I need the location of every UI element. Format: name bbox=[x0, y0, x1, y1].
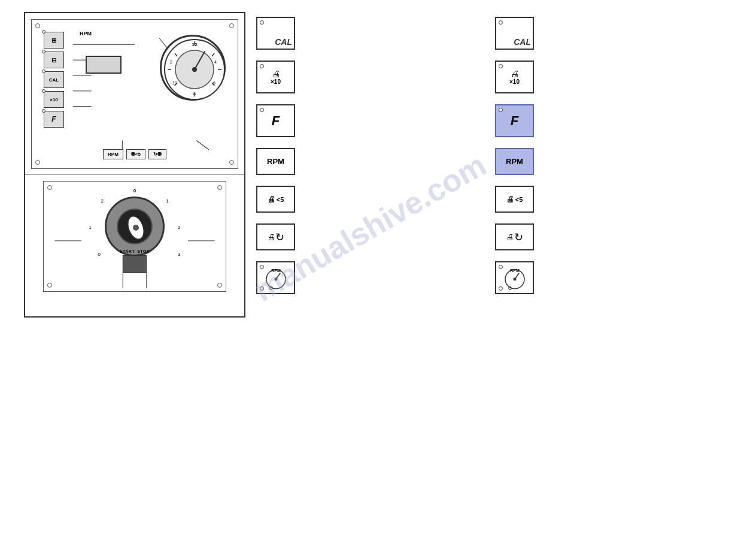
lt5-btn-right: 🖨 <5 bbox=[495, 186, 534, 213]
corner-dot-tr bbox=[229, 23, 234, 28]
led-f-left bbox=[260, 108, 264, 112]
gauge-outer: 12 4 6 8 10 2 bbox=[160, 35, 226, 101]
corner-dot-tl bbox=[35, 23, 40, 28]
top-diagram-inner: ⊞ ⊟ CAL ×10 F bbox=[31, 19, 238, 169]
led-cal-left bbox=[260, 20, 264, 25]
led-2 bbox=[42, 50, 45, 53]
led-x10-right bbox=[499, 64, 503, 68]
left-buttons-group: ⊞ ⊟ CAL ×10 F bbox=[44, 32, 64, 128]
svg-point-42 bbox=[274, 277, 277, 280]
svg-text:0: 0 bbox=[133, 188, 136, 194]
x10-text-left: ×10 bbox=[271, 78, 281, 85]
svg-text:RPM: RPM bbox=[271, 268, 281, 273]
svg-point-25 bbox=[192, 67, 197, 72]
rpm-label-right: RPM bbox=[506, 157, 523, 166]
f-label-right: F bbox=[511, 113, 518, 129]
bottom-diagram-inner: 0 1 2 3 0 1 2 bbox=[43, 181, 226, 292]
led-f bbox=[42, 109, 45, 113]
led-bottom-left bbox=[260, 286, 264, 291]
printer-circ-left: 🖨 bbox=[268, 232, 275, 241]
printer-icon-right: 🖨 bbox=[511, 69, 519, 78]
rotary-outer bbox=[105, 197, 165, 256]
cal-text-left: CAL bbox=[275, 37, 292, 47]
printer-circ-right: 🖨 bbox=[506, 232, 514, 241]
led-dot-row-right bbox=[508, 286, 512, 290]
led-x10 bbox=[42, 89, 45, 93]
svg-line-7 bbox=[196, 141, 209, 150]
printer-icon-left: 🖨 bbox=[272, 69, 280, 78]
diagram-btn-f: F bbox=[44, 111, 64, 128]
svg-text:1: 1 bbox=[89, 225, 92, 230]
lt5-label-left: <5 bbox=[277, 196, 284, 203]
rpm-btn-left: RPM bbox=[256, 148, 295, 175]
rpm-label-left: RPM bbox=[267, 157, 284, 166]
start-stop-labels: START STOP bbox=[120, 249, 150, 253]
circ-btn-left: 🖨 ↻ bbox=[256, 223, 295, 250]
icons-left-column: CAL 🖨 ×10 F RPM 🖨 <5 🖨 ↻ RPM bbox=[256, 17, 295, 294]
led-top-left bbox=[260, 265, 264, 269]
f-label-left: F bbox=[272, 113, 280, 129]
cal-icon-right: CAL bbox=[495, 17, 534, 50]
led-x10-left bbox=[260, 64, 264, 68]
diagram-btn-1: ⊞ bbox=[44, 32, 64, 49]
svg-text:1: 1 bbox=[166, 198, 169, 204]
svg-text:RPM: RPM bbox=[510, 268, 520, 273]
lt5-btn-left: 🖨 <5 bbox=[256, 186, 295, 213]
svg-text:2: 2 bbox=[101, 198, 103, 204]
diagram-btn-lt5-bottom: ⛃<5 bbox=[126, 149, 145, 159]
gauge: 12 4 6 8 10 2 bbox=[160, 35, 226, 101]
bottom-diagram: 0 1 2 3 0 1 2 bbox=[25, 175, 244, 319]
led-cal bbox=[42, 69, 45, 73]
left-panel: ⊞ ⊟ CAL ×10 F bbox=[24, 12, 245, 318]
display-box bbox=[86, 56, 122, 74]
printer-lt5-left: 🖨 bbox=[268, 195, 275, 204]
diagram-btn-2: ⊟ bbox=[44, 52, 64, 68]
diagram-btn-x10: ×10 bbox=[44, 91, 64, 108]
bottom-buttons-group: RPM ⛃<5 ↻⛃ bbox=[103, 149, 166, 159]
svg-point-46 bbox=[513, 277, 516, 280]
diagram-btn-cal: CAL bbox=[44, 71, 64, 88]
diagram-btn-rpm-bottom: RPM bbox=[103, 149, 123, 159]
top-diagram: ⊞ ⊟ CAL ×10 F bbox=[25, 13, 244, 175]
f-icon-left: F bbox=[256, 104, 295, 137]
circ-icon-left: ↻ bbox=[275, 231, 284, 244]
led-f-right bbox=[499, 108, 503, 112]
cal-text-right: CAL bbox=[514, 37, 531, 47]
svg-text:2: 2 bbox=[178, 225, 180, 230]
icons-right-column: CAL 🖨 ×10 F RPM 🖨 <5 🖨 ↻ RPM bbox=[495, 17, 534, 294]
circ-btn-right: 🖨 ↻ bbox=[495, 223, 534, 250]
svg-text:4: 4 bbox=[214, 60, 217, 64]
svg-point-38 bbox=[133, 225, 139, 231]
led-bottom-right bbox=[499, 286, 503, 291]
corner-dot-bl bbox=[35, 160, 40, 165]
circ-icon-right: ↻ bbox=[514, 231, 523, 244]
diagram-btn-circ-bottom: ↻⛃ bbox=[148, 149, 166, 159]
led-dot-row-left bbox=[269, 286, 273, 290]
x10-text-right: ×10 bbox=[509, 78, 520, 85]
corner-dot-br bbox=[229, 160, 234, 165]
printer-lt5-right: 🖨 bbox=[506, 195, 514, 204]
led-cal-right bbox=[499, 20, 503, 25]
stop-label: STOP bbox=[137, 249, 150, 253]
rpm-btn-right: RPM bbox=[495, 148, 534, 175]
toggle-switch bbox=[123, 255, 147, 273]
rpm-label-diagram: RPM bbox=[80, 31, 92, 37]
x10-icon-left: 🖨 ×10 bbox=[256, 61, 295, 93]
rotary-switch bbox=[105, 197, 165, 256]
rpm-gauge-btn-left: RPM bbox=[256, 261, 295, 294]
led-1 bbox=[42, 30, 45, 34]
f-icon-right: F bbox=[495, 104, 534, 137]
cal-icon-left: CAL bbox=[256, 17, 295, 50]
x10-icon-right: 🖨 ×10 bbox=[495, 61, 534, 93]
start-label: START bbox=[120, 249, 135, 253]
svg-text:3: 3 bbox=[178, 252, 181, 257]
svg-text:0: 0 bbox=[98, 252, 101, 257]
lt5-label-right: <5 bbox=[515, 196, 523, 203]
start-stop-area: START STOP bbox=[120, 249, 150, 273]
led-top-right bbox=[499, 265, 503, 269]
rpm-gauge-btn-right: RPM bbox=[495, 261, 534, 294]
rotary-inner bbox=[117, 208, 153, 244]
svg-text:2: 2 bbox=[170, 60, 172, 64]
